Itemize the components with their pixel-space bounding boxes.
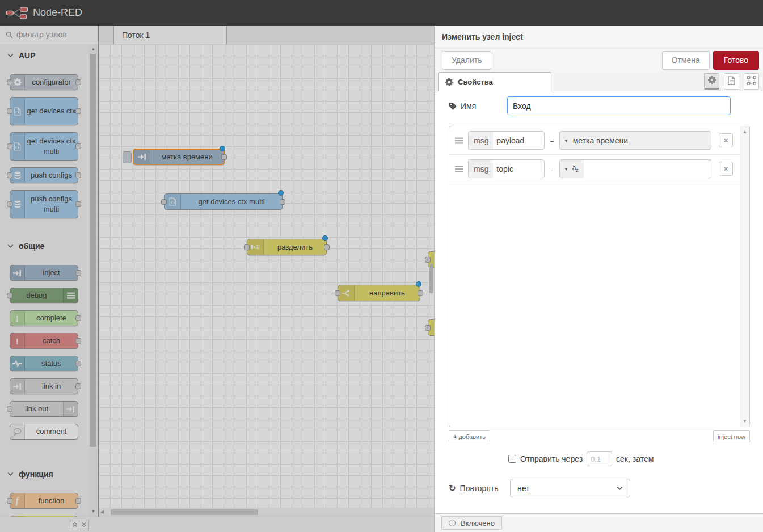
input-port[interactable]	[7, 143, 12, 149]
palette-node-catch[interactable]: ! catch	[10, 333, 78, 349]
edit-node-panel: Изменить узел inject Удалить Отмена Гото…	[434, 26, 763, 532]
repeat-select[interactable]: нет	[510, 479, 630, 497]
scroll-up-icon[interactable]: ▲	[740, 129, 749, 134]
output-port[interactable]	[75, 383, 81, 389]
debug-list-icon	[63, 288, 78, 303]
expand-palette-button[interactable]	[79, 520, 89, 530]
gear-icon	[445, 78, 453, 86]
value-input[interactable]: ▾ az	[559, 159, 711, 178]
canvas-horizontal-scrollbar-thumb[interactable]	[111, 509, 258, 515]
tab-properties[interactable]: Свойства	[438, 72, 551, 91]
input-port[interactable]	[7, 498, 12, 504]
value-type-dropdown[interactable]: ▾ az	[560, 160, 584, 178]
output-port[interactable]	[75, 361, 81, 366]
input-port[interactable]	[7, 201, 12, 207]
delete-button[interactable]: Удалить	[442, 51, 491, 70]
value-type-dropdown[interactable]: ▾ метка времени	[559, 131, 711, 150]
palette-node-push-configs[interactable]: push configs	[10, 167, 78, 183]
edit-form: Имя msg. payload = ▾ метка времени	[435, 91, 763, 513]
output-port[interactable]	[75, 201, 81, 207]
palette-search[interactable]	[0, 26, 98, 44]
output-port[interactable]	[418, 290, 423, 296]
input-port[interactable]	[425, 325, 431, 331]
palette-node-get-devices-ctx-multi[interactable]: get devices ctx multi	[10, 132, 78, 161]
flow-node-inject[interactable]: метка времени	[133, 149, 225, 165]
add-property-button[interactable]: + добавить	[449, 430, 490, 442]
scroll-up-icon[interactable]: ▲	[88, 46, 98, 53]
output-port[interactable]	[75, 172, 81, 178]
appearance-tool-button[interactable]	[744, 73, 759, 90]
description-tool-button[interactable]	[724, 73, 739, 90]
output-port[interactable]	[75, 498, 81, 504]
output-port[interactable]	[221, 154, 227, 160]
scroll-left-icon[interactable]: ◀	[100, 509, 104, 516]
flow-node-fragment[interactable]	[428, 319, 434, 336]
scroll-down-icon[interactable]: ▼	[88, 508, 98, 515]
fire-once-checkbox[interactable]	[508, 455, 516, 463]
palette-node-comment[interactable]: comment	[10, 424, 78, 440]
inject-arrow-icon	[134, 150, 150, 164]
palette-node-status[interactable]: status	[10, 356, 78, 371]
category-header-function[interactable]: функция	[0, 467, 88, 482]
properties-tool-button[interactable]	[704, 73, 719, 90]
input-port[interactable]	[7, 108, 12, 114]
category-header-common[interactable]: общие	[0, 239, 88, 254]
input-port[interactable]	[7, 293, 12, 298]
canvas-horizontal-scrollbar[interactable]: ◀	[99, 508, 434, 517]
output-port[interactable]	[75, 79, 81, 85]
palette-scrollbar[interactable]: ▲ ▼	[88, 44, 98, 517]
input-port[interactable]	[335, 290, 340, 296]
flow-node-split[interactable]: разделить	[247, 239, 327, 255]
input-port[interactable]	[244, 244, 250, 250]
scroll-down-icon[interactable]: ▼	[740, 419, 749, 424]
palette-node-function[interactable]: f function	[10, 493, 78, 509]
done-button[interactable]: Готово	[713, 51, 759, 70]
input-port[interactable]	[7, 406, 12, 412]
input-port[interactable]	[425, 257, 431, 263]
input-port[interactable]	[7, 79, 12, 85]
canvas-vertical-scrollbar-thumb[interactable]	[429, 264, 433, 293]
flow-node-get-devices-ctx-multi[interactable]: get devices ctx multi	[164, 193, 283, 210]
palette-node-inject[interactable]: inject	[10, 265, 78, 281]
drag-handle-icon[interactable]	[455, 137, 463, 144]
palette-node-push-configs-multi[interactable]: push configs multi	[10, 190, 78, 218]
list-scrollbar[interactable]: ▲ ▼	[740, 126, 749, 427]
output-port[interactable]	[75, 270, 81, 276]
flow-tab[interactable]: Поток 1	[113, 26, 227, 44]
palette-search-input[interactable]	[16, 30, 85, 39]
inject-trigger-button[interactable]	[123, 151, 132, 163]
palette-node-debug[interactable]: debug	[10, 288, 78, 303]
exclamation-icon: !	[10, 333, 25, 348]
category-header-aup[interactable]: AUP	[0, 48, 88, 63]
palette-node-complete[interactable]: ! complete	[10, 310, 78, 326]
chevron-down-icon	[7, 244, 14, 248]
category-label: AUP	[19, 51, 36, 60]
palette-node-get-devices-ctx[interactable]: get devices ctx	[10, 97, 78, 125]
input-port[interactable]	[161, 199, 167, 205]
output-port[interactable]	[75, 143, 81, 149]
property-key-field[interactable]: msg. topic	[468, 159, 545, 178]
output-port[interactable]	[324, 244, 330, 250]
inject-now-button[interactable]: inject now	[713, 430, 750, 442]
output-port[interactable]	[75, 108, 81, 114]
chevron-down-icon	[617, 486, 623, 491]
collapse-palette-button[interactable]	[70, 520, 79, 530]
output-port[interactable]	[75, 315, 81, 321]
name-input[interactable]	[507, 96, 731, 115]
property-key-field[interactable]: msg. payload	[468, 131, 545, 150]
palette-node-link-in[interactable]: link in	[10, 378, 78, 394]
output-port[interactable]	[280, 199, 285, 205]
enabled-toggle-button[interactable]: Включено	[441, 516, 502, 530]
cancel-button[interactable]: Отмена	[662, 51, 710, 70]
palette-node-link-out[interactable]: link out	[10, 401, 78, 417]
drag-handle-icon[interactable]	[455, 166, 463, 172]
flow-node-route[interactable]: направить	[338, 285, 420, 301]
delete-row-button[interactable]: ×	[719, 133, 733, 147]
fire-once-delay-input[interactable]	[587, 451, 612, 466]
flow-canvas[interactable]: метка времени get devices ctx multi разд…	[99, 44, 434, 508]
output-port[interactable]	[75, 338, 81, 344]
palette-scrollbar-thumb[interactable]	[90, 54, 96, 447]
palette-node-configurator[interactable]: configurator	[10, 74, 78, 90]
input-port[interactable]	[7, 172, 12, 178]
delete-row-button[interactable]: ×	[719, 162, 733, 176]
